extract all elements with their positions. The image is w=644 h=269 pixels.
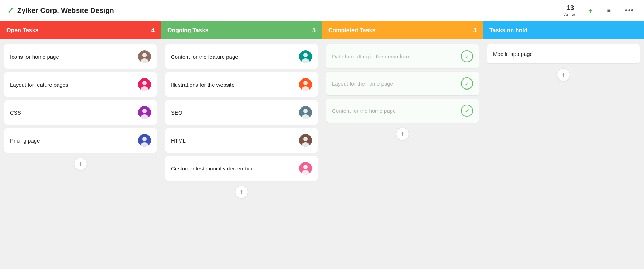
svg-point-1 (142, 53, 147, 57)
column-ongoing: Ongoing Tasks 5Content for the feature p… (161, 21, 322, 269)
column-header-hold: Tasks on hold (483, 21, 644, 39)
task-label: Content for the home page (332, 107, 461, 115)
add-task-button-completed[interactable]: + (396, 128, 409, 140)
task-label: HTML (171, 137, 299, 144)
complete-icon: ✓ (461, 77, 473, 90)
add-button[interactable]: + (585, 5, 596, 17)
complete-icon: ✓ (461, 50, 473, 62)
header-title: ✓ Zylker Corp. Website Design (7, 6, 564, 15)
column-header-open: Open Tasks 4 (0, 21, 161, 39)
header-actions: 13 Active + ≡ ••• (564, 4, 637, 17)
task-label: Mobile app page (493, 50, 634, 58)
task-card[interactable]: SEO (165, 100, 318, 125)
task-card[interactable]: Pricing page (4, 128, 157, 153)
column-title: Ongoing Tasks (167, 27, 208, 34)
active-number: 13 (564, 4, 576, 12)
column-hold: Tasks on hold Mobile app page + (483, 21, 644, 269)
task-card[interactable]: Illustrations for the website (165, 72, 318, 97)
svg-point-19 (303, 109, 308, 113)
svg-point-10 (142, 137, 147, 141)
column-completed: Completed Tasks 3Date formatting in the … (322, 21, 483, 269)
check-icon: ✓ (7, 6, 14, 15)
avatar (299, 78, 312, 91)
active-count: 13 Active (564, 4, 576, 17)
column-header-completed: Completed Tasks 3 (322, 21, 483, 39)
column-title: Tasks on hold (489, 27, 527, 34)
column-count: 4 (151, 27, 155, 34)
column-count: 3 (473, 27, 477, 34)
column-body-open: Icons for home page Layout for feature p… (0, 39, 161, 269)
task-card[interactable]: Mobile app page (487, 44, 640, 63)
column-body-hold: Mobile app page + (483, 39, 644, 269)
task-label: Date formatting in the demo form (332, 53, 461, 60)
svg-point-16 (303, 81, 308, 85)
kanban-board: Open Tasks 4Icons for home page Layout f… (0, 21, 644, 269)
task-card[interactable]: Layout for feature pages (4, 72, 157, 97)
task-card[interactable]: CSS (4, 100, 157, 125)
svg-point-13 (303, 53, 308, 57)
task-label: Pricing page (10, 137, 138, 144)
column-open: Open Tasks 4Icons for home page Layout f… (0, 21, 161, 269)
task-card[interactable]: Content for the feature page (165, 44, 318, 69)
header: ✓ Zylker Corp. Website Design 13 Active … (0, 0, 644, 21)
project-name: Zylker Corp. Website Design (17, 6, 114, 15)
task-label: Icons for home page (10, 53, 138, 61)
task-card[interactable]: Customer testimonial video embed (165, 156, 318, 181)
task-label: Illustrations for the website (171, 81, 299, 88)
svg-point-7 (142, 109, 147, 113)
avatar (299, 50, 312, 63)
avatar (299, 134, 312, 147)
add-task-button-hold[interactable]: + (557, 68, 570, 81)
avatar (138, 50, 151, 63)
task-card[interactable]: Layout for the home page ✓ (326, 72, 479, 95)
list-view-button[interactable]: ≡ (604, 5, 614, 16)
column-body-completed: Date formatting in the demo form ✓Layout… (322, 39, 483, 269)
avatar (138, 134, 151, 147)
task-label: Layout for the home page (332, 80, 461, 87)
active-label: Active (564, 12, 576, 17)
column-body-ongoing: Content for the feature page Illustratio… (161, 39, 322, 269)
task-label: Customer testimonial video embed (171, 165, 299, 172)
avatar (299, 106, 312, 119)
task-card[interactable]: Icons for home page (4, 44, 157, 69)
add-task-button-open[interactable]: + (74, 158, 87, 170)
task-card[interactable]: Date formatting in the demo form ✓ (326, 44, 479, 68)
task-label: Layout for feature pages (10, 81, 138, 88)
column-title: Completed Tasks (328, 27, 375, 34)
avatar (138, 78, 151, 91)
task-label: CSS (10, 109, 138, 116)
task-card[interactable]: Content for the home page ✓ (326, 99, 479, 123)
complete-icon: ✓ (461, 105, 473, 117)
svg-point-25 (303, 165, 308, 169)
column-header-ongoing: Ongoing Tasks 5 (161, 21, 322, 39)
task-card[interactable]: HTML (165, 128, 318, 153)
column-count: 5 (312, 27, 316, 34)
task-label: SEO (171, 109, 299, 116)
svg-point-22 (303, 137, 308, 141)
avatar (299, 162, 312, 175)
column-title: Open Tasks (6, 27, 39, 34)
task-label: Content for the feature page (171, 53, 299, 61)
avatar (138, 106, 151, 119)
more-options-button[interactable]: ••• (622, 5, 637, 16)
add-task-button-ongoing[interactable]: + (235, 186, 248, 198)
svg-point-4 (142, 81, 147, 85)
